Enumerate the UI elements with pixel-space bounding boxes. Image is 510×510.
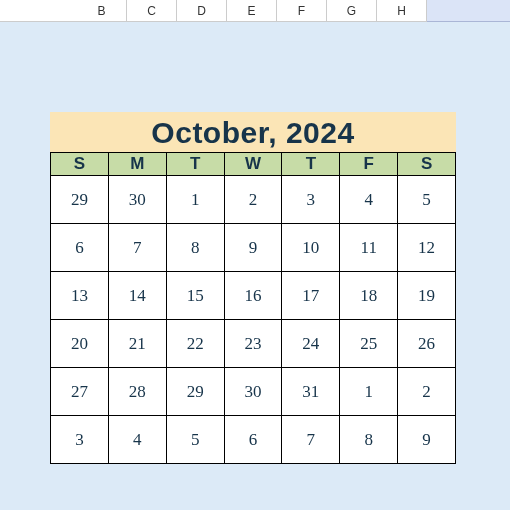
date-cell[interactable]: 13 (50, 272, 108, 320)
date-cell[interactable]: 24 (281, 320, 339, 368)
date-cell[interactable]: 30 (224, 368, 282, 416)
date-cell[interactable]: 7 (281, 416, 339, 464)
column-header-B[interactable]: B (77, 0, 127, 22)
date-cell[interactable]: 11 (339, 224, 397, 272)
calendar-week-1: 29 30 1 2 3 4 5 (50, 176, 456, 224)
date-cell[interactable]: 8 (166, 224, 224, 272)
day-header-row: S M T W T F S (50, 152, 456, 176)
column-header-D[interactable]: D (177, 0, 227, 22)
calendar-widget: October, 2024 S M T W T F S 29 30 1 2 3 … (50, 112, 456, 464)
column-header-F[interactable]: F (277, 0, 327, 22)
date-cell[interactable]: 25 (339, 320, 397, 368)
date-cell[interactable]: 2 (224, 176, 282, 224)
column-header-E[interactable]: E (227, 0, 277, 22)
date-cell[interactable]: 3 (50, 416, 108, 464)
date-cell[interactable]: 23 (224, 320, 282, 368)
date-cell[interactable]: 5 (397, 176, 456, 224)
date-cell[interactable]: 9 (224, 224, 282, 272)
date-cell[interactable]: 21 (108, 320, 166, 368)
day-header-mon: M (108, 152, 166, 176)
date-cell[interactable]: 17 (281, 272, 339, 320)
day-header-wed: W (224, 152, 282, 176)
day-header-tue: T (166, 152, 224, 176)
calendar-week-4: 20 21 22 23 24 25 26 (50, 320, 456, 368)
date-cell[interactable]: 31 (281, 368, 339, 416)
date-cell[interactable]: 3 (281, 176, 339, 224)
date-cell[interactable]: 5 (166, 416, 224, 464)
date-cell[interactable]: 8 (339, 416, 397, 464)
date-cell[interactable]: 29 (50, 176, 108, 224)
date-cell[interactable]: 6 (224, 416, 282, 464)
column-header-C[interactable]: C (127, 0, 177, 22)
calendar-week-2: 6 7 8 9 10 11 12 (50, 224, 456, 272)
date-cell[interactable]: 20 (50, 320, 108, 368)
date-cell[interactable]: 2 (397, 368, 456, 416)
date-cell[interactable]: 15 (166, 272, 224, 320)
date-cell[interactable]: 10 (281, 224, 339, 272)
date-cell[interactable]: 29 (166, 368, 224, 416)
date-cell[interactable]: 28 (108, 368, 166, 416)
date-cell[interactable]: 14 (108, 272, 166, 320)
date-cell[interactable]: 4 (108, 416, 166, 464)
date-cell[interactable]: 19 (397, 272, 456, 320)
date-cell[interactable]: 6 (50, 224, 108, 272)
date-cell[interactable]: 16 (224, 272, 282, 320)
date-cell[interactable]: 26 (397, 320, 456, 368)
column-header-row: B C D E F G H (0, 0, 510, 22)
calendar-week-5: 27 28 29 30 31 1 2 (50, 368, 456, 416)
day-header-thu: T (281, 152, 339, 176)
calendar-week-3: 13 14 15 16 17 18 19 (50, 272, 456, 320)
column-header-H[interactable]: H (377, 0, 427, 22)
column-header-gutter (0, 0, 77, 22)
day-header-sat: S (397, 152, 456, 176)
date-cell[interactable]: 30 (108, 176, 166, 224)
date-cell[interactable]: 9 (397, 416, 456, 464)
calendar-week-6: 3 4 5 6 7 8 9 (50, 416, 456, 464)
date-cell[interactable]: 22 (166, 320, 224, 368)
column-header-rest[interactable] (427, 0, 510, 22)
date-cell[interactable]: 1 (166, 176, 224, 224)
calendar-title: October, 2024 (50, 112, 456, 152)
date-cell[interactable]: 4 (339, 176, 397, 224)
date-cell[interactable]: 27 (50, 368, 108, 416)
spreadsheet-surface[interactable]: October, 2024 S M T W T F S 29 30 1 2 3 … (0, 22, 510, 510)
day-header-fri: F (339, 152, 397, 176)
date-cell[interactable]: 1 (339, 368, 397, 416)
date-cell[interactable]: 7 (108, 224, 166, 272)
day-header-sun: S (50, 152, 108, 176)
date-cell[interactable]: 18 (339, 272, 397, 320)
date-cell[interactable]: 12 (397, 224, 456, 272)
column-header-G[interactable]: G (327, 0, 377, 22)
